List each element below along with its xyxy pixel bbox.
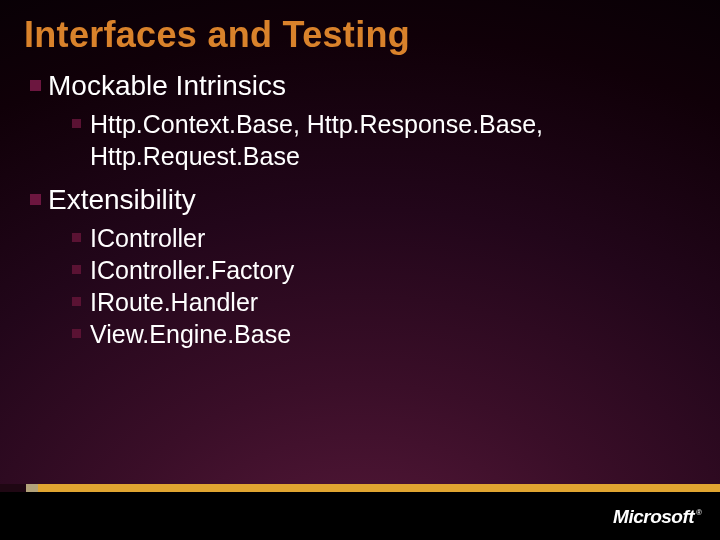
bullet-level2-label: View.Engine.Base <box>90 320 291 348</box>
bullet-level2: View.Engine.Base <box>72 318 690 350</box>
bullet-level1-label: Mockable Intrinsics <box>48 70 286 101</box>
microsoft-wordmark: Microsoft <box>613 506 694 528</box>
accent-segment <box>38 484 720 492</box>
square-bullet-icon <box>72 233 81 242</box>
accent-segment <box>0 484 26 492</box>
bullet-level2-label: IController.Factory <box>90 256 294 284</box>
square-bullet-icon <box>72 119 81 128</box>
bullet-level1-label: Extensibility <box>48 184 196 215</box>
square-bullet-icon <box>72 329 81 338</box>
slide-content: Mockable Intrinsics Http.Context.Base, H… <box>30 68 690 360</box>
accent-divider <box>0 484 720 492</box>
bullet-level2: IRoute.Handler <box>72 286 690 318</box>
bullet-level2-group: Http.Context.Base, Http.Response.Base, H… <box>72 108 690 172</box>
bullet-level1: Extensibility <box>30 182 690 218</box>
square-bullet-icon <box>30 194 41 205</box>
bullet-level1: Mockable Intrinsics <box>30 68 690 104</box>
square-bullet-icon <box>72 265 81 274</box>
slide-title: Interfaces and Testing <box>24 14 410 56</box>
slide: Interfaces and Testing Mockable Intrinsi… <box>0 0 720 540</box>
bullet-level2-group: IController IController.Factory IRoute.H… <box>72 222 690 350</box>
bullet-level2: IController.Factory <box>72 254 690 286</box>
accent-segment <box>26 484 38 492</box>
square-bullet-icon <box>30 80 41 91</box>
square-bullet-icon <box>72 297 81 306</box>
bullet-level2-label: IController <box>90 224 205 252</box>
footer-bar: Microsoft ® <box>0 492 720 540</box>
bullet-level2-label: IRoute.Handler <box>90 288 258 316</box>
bullet-level2-label: Http.Context.Base, Http.Response.Base, H… <box>90 110 543 170</box>
trademark-icon: ® <box>696 508 702 517</box>
microsoft-logo: Microsoft ® <box>613 506 702 528</box>
bullet-level2: IController <box>72 222 690 254</box>
bullet-level2: Http.Context.Base, Http.Response.Base, H… <box>72 108 690 172</box>
